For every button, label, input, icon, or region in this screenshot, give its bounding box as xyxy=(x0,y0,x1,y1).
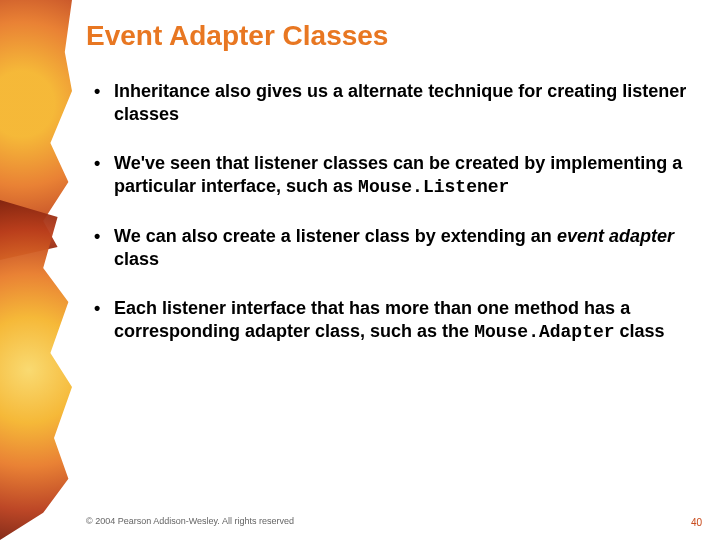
page-number: 40 xyxy=(691,517,702,528)
decorative-sidebar xyxy=(0,0,72,540)
bullet-item: We've seen that listener classes can be … xyxy=(86,152,690,199)
slide-content: Event Adapter Classes Inheritance also g… xyxy=(86,20,690,370)
bullet-list: Inheritance also gives us a alternate te… xyxy=(86,80,690,344)
code-text: Mouse.Listener xyxy=(358,177,509,197)
slide-title: Event Adapter Classes xyxy=(86,20,690,52)
bullet-text-post: class xyxy=(114,249,159,269)
bullet-text: We can also create a listener class by e… xyxy=(114,226,557,246)
code-text: Mouse.Adapter xyxy=(474,322,614,342)
leaf-graphic-bottom xyxy=(0,200,72,540)
bullet-text-post: class xyxy=(615,321,665,341)
italic-text: event adapter xyxy=(557,226,674,246)
copyright-footer: © 2004 Pearson Addison-Wesley. All right… xyxy=(86,516,294,526)
bullet-item: We can also create a listener class by e… xyxy=(86,225,690,271)
bullet-item: Each listener interface that has more th… xyxy=(86,297,690,344)
bullet-text: Inheritance also gives us a alternate te… xyxy=(114,81,686,124)
bullet-item: Inheritance also gives us a alternate te… xyxy=(86,80,690,126)
